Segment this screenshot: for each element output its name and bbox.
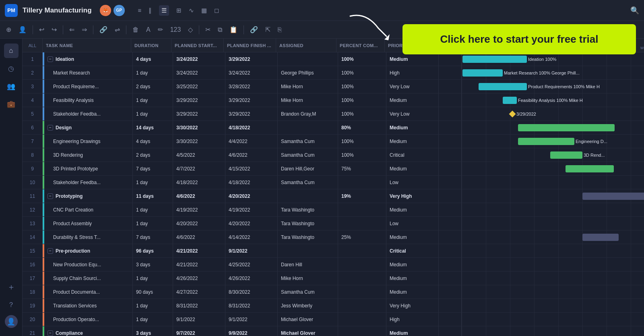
gantt-view-icon[interactable]: ∥ bbox=[149, 7, 152, 14]
calendar-view-icon[interactable]: ▦ bbox=[201, 7, 207, 14]
expand-icon[interactable]: − bbox=[47, 56, 53, 62]
cell-finish: 3/24/2022 bbox=[225, 66, 278, 79]
search-icon[interactable]: 🔍 bbox=[630, 6, 639, 15]
grid-line bbox=[462, 313, 462, 326]
user-avatar-1[interactable]: 🦊 bbox=[100, 5, 111, 16]
add-task-btn[interactable]: ⊕ bbox=[3, 24, 14, 35]
cell-priority: High bbox=[386, 313, 439, 326]
row-number: 6 bbox=[23, 121, 43, 134]
sidebar-item-home[interactable]: ⌂ bbox=[4, 44, 19, 58]
table-row[interactable]: 18Product Documenta...90 days4/27/20228/… bbox=[23, 285, 461, 299]
cell-finish: 4/25/2022 bbox=[225, 258, 278, 271]
table-row[interactable]: 6−Design14 days3/30/20224/18/202280%Medi… bbox=[23, 121, 461, 135]
cta-banner[interactable]: Click here to start your free trial bbox=[402, 24, 636, 54]
link-btn[interactable]: 🔗 bbox=[97, 24, 110, 35]
cell-priority: Very High bbox=[386, 299, 439, 312]
list-view-icon[interactable]: ≡ bbox=[138, 7, 142, 14]
grid-line bbox=[631, 326, 631, 336]
table-row[interactable]: 21−Compliance3 days9/7/20229/9/2022Micha… bbox=[23, 326, 461, 336]
table-body: 1−Ideation4 days3/24/20223/29/2022100%Me… bbox=[23, 52, 461, 336]
expand-icon[interactable]: − bbox=[47, 330, 53, 336]
table-row[interactable]: 3Product Requireme...2 days3/25/20223/28… bbox=[23, 80, 461, 93]
grid-line bbox=[582, 217, 583, 230]
table-row[interactable]: 7Engineering Drawings4 days3/30/20224/4/… bbox=[23, 135, 461, 148]
sidebar-help-btn[interactable]: ？ bbox=[4, 297, 19, 312]
sidebar-item-recent[interactable]: ◷ bbox=[4, 61, 19, 76]
table-row[interactable]: 1−Ideation4 days3/24/20223/29/2022100%Me… bbox=[23, 52, 461, 66]
row-number: 9 bbox=[23, 162, 43, 175]
font-btn[interactable]: A bbox=[143, 25, 153, 35]
indent-btn[interactable]: ⇒ bbox=[79, 24, 90, 35]
outdent-btn[interactable]: ⇐ bbox=[66, 24, 77, 35]
grid-line bbox=[558, 285, 559, 299]
cell-assigned: Samantha Cum bbox=[278, 285, 338, 299]
sidebar-item-people[interactable]: 👥 bbox=[4, 79, 19, 93]
grid-line bbox=[607, 217, 607, 230]
cell-task-name: 3D Rendering bbox=[44, 148, 133, 162]
cell-percent bbox=[338, 176, 386, 189]
import-btn[interactable]: ⇱ bbox=[262, 24, 273, 35]
cell-task-name: Product Assembly bbox=[44, 217, 133, 230]
cell-duration: 11 days bbox=[133, 189, 173, 203]
add-user-btn[interactable]: 👤 bbox=[16, 24, 29, 35]
expand-icon[interactable]: − bbox=[47, 125, 53, 131]
cell-duration: 7 days bbox=[133, 230, 173, 244]
table-row[interactable]: 14Durability & Stress T...7 days4/6/2022… bbox=[23, 230, 461, 244]
expand-icon[interactable]: − bbox=[47, 248, 53, 254]
color-btn[interactable]: ✏ bbox=[155, 24, 166, 35]
cell-duration: 1 day bbox=[133, 176, 173, 189]
cell-percent bbox=[338, 203, 386, 216]
task-name-text: 3D Rendering bbox=[53, 152, 83, 158]
cell-duration: 7 days bbox=[133, 162, 173, 175]
number-btn[interactable]: 123 bbox=[167, 25, 184, 35]
table-row[interactable]: 20Production Operato...1 day9/1/20229/1/… bbox=[23, 313, 461, 326]
grid-line bbox=[510, 272, 510, 285]
table-row[interactable]: 16New Production Equ...3 days4/21/20224/… bbox=[23, 258, 461, 272]
col-assigned: ASSIGNED bbox=[276, 39, 336, 52]
table-row[interactable]: 17Supply Chain Sourci...1 day4/26/20224/… bbox=[23, 272, 461, 285]
top-bar: PM Tillery Manufacturing 🦊 GP ≡ ∥ ☰ ⊞ ∿ … bbox=[0, 0, 644, 21]
copy-btn[interactable]: ⧉ bbox=[215, 25, 225, 35]
cell-finish: 3/29/2022 bbox=[225, 52, 278, 66]
attach-btn[interactable]: 🔗 bbox=[247, 24, 261, 35]
table-row[interactable]: 83D Rendering2 days4/5/20224/6/2022Saman… bbox=[23, 148, 461, 162]
col-duration: DURATION bbox=[131, 39, 171, 52]
table-row[interactable]: 12CNC Part Creation1 day4/19/20224/19/20… bbox=[23, 203, 461, 217]
paste-btn[interactable]: 📋 bbox=[227, 24, 240, 35]
expand-icon[interactable]: − bbox=[47, 193, 53, 199]
shape-btn[interactable]: ◇ bbox=[185, 24, 196, 35]
table-row[interactable]: 19Translation Services1 day8/31/20228/31… bbox=[23, 299, 461, 313]
sidebar-user-icon[interactable]: 👤 bbox=[5, 315, 18, 328]
table-row[interactable]: 4Feasibility Analysis1 day3/29/20223/29/… bbox=[23, 93, 461, 107]
cell-task-name: Translation Services bbox=[44, 299, 133, 312]
sidebar-item-projects[interactable]: 💼 bbox=[4, 97, 19, 111]
table-view-icon[interactable]: ⊞ bbox=[176, 7, 182, 14]
cut-btn[interactable]: ✂ bbox=[202, 24, 213, 35]
user-avatar-2[interactable]: GP bbox=[114, 5, 125, 16]
table-row[interactable]: 2Market Research1 day3/24/20223/24/2022G… bbox=[23, 66, 461, 80]
grid-line bbox=[486, 230, 486, 244]
table-row[interactable]: 93D Printed Prototype7 days4/7/20224/15/… bbox=[23, 162, 461, 176]
app-logo[interactable]: PM bbox=[5, 4, 18, 17]
grid-line bbox=[462, 66, 462, 79]
grid-line bbox=[582, 107, 583, 120]
chart-view-icon[interactable]: ∿ bbox=[189, 7, 194, 14]
cell-percent: 100% bbox=[338, 52, 386, 66]
unlink-btn[interactable]: ⇌ bbox=[112, 24, 123, 35]
delete-btn[interactable]: 🗑 bbox=[130, 25, 142, 35]
doc-view-icon[interactable]: ◻ bbox=[214, 7, 219, 14]
cell-finish: 9/1/2022 bbox=[225, 313, 278, 326]
table-row[interactable]: 10Stakeholder Feedba...1 day4/18/20224/1… bbox=[23, 176, 461, 189]
redo-btn[interactable]: ↪ bbox=[49, 24, 60, 35]
table-row[interactable]: 5Stakeholder Feedba...1 day3/29/20223/29… bbox=[23, 107, 461, 121]
export-btn[interactable]: ⎘ bbox=[275, 25, 285, 35]
table-row[interactable]: 11−Prototyping11 days4/6/20224/20/202219… bbox=[23, 189, 461, 203]
undo-btn[interactable]: ↩ bbox=[36, 24, 47, 35]
table-row[interactable]: 15−Pre-production96 days4/21/20229/1/202… bbox=[23, 244, 461, 258]
grid-line bbox=[631, 272, 631, 285]
grid-view-icon[interactable]: ☰ bbox=[159, 5, 169, 16]
cell-finish: 4/19/2022 bbox=[225, 203, 278, 216]
sidebar-add-btn[interactable]: ＋ bbox=[4, 280, 19, 294]
grid-line bbox=[510, 176, 510, 189]
table-row[interactable]: 13Product Assembly1 day4/20/20224/20/202… bbox=[23, 217, 461, 230]
